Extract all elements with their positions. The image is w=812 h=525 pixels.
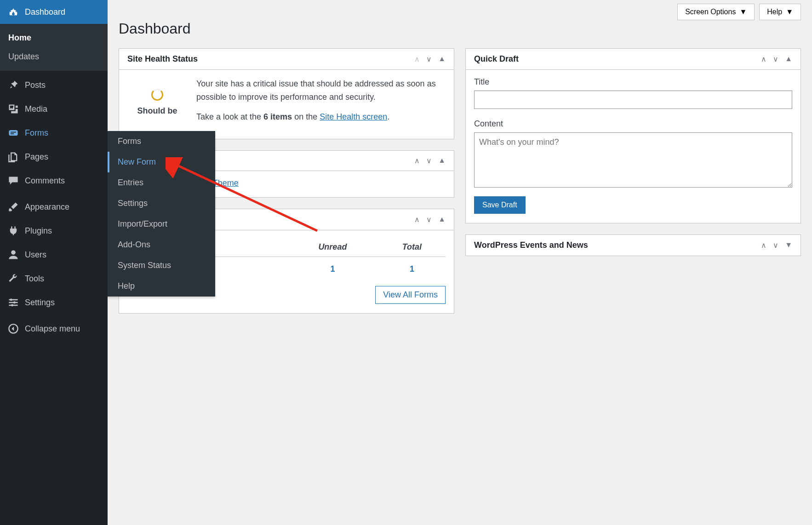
site-health-status: Should be <box>127 106 187 116</box>
sidebar-item-posts[interactable]: Posts <box>0 73 108 97</box>
flyout-addons[interactable]: Add-Ons <box>108 234 215 255</box>
unread-count: 1 <box>287 257 378 282</box>
forms-icon <box>7 127 19 139</box>
move-down-icon[interactable]: ∨ <box>773 55 778 63</box>
sidebar-item-dashboard[interactable]: Dashboard <box>0 0 108 24</box>
move-down-icon[interactable]: ∨ <box>426 156 432 165</box>
sidebar-label: Comments <box>25 176 65 186</box>
quick-draft-title: Quick Draft <box>474 54 519 64</box>
toggle-icon[interactable]: ▲ <box>438 55 446 63</box>
move-up-icon[interactable]: ∧ <box>414 156 420 165</box>
total-count: 1 <box>378 257 446 282</box>
move-down-icon[interactable]: ∨ <box>426 215 432 224</box>
move-up-icon[interactable]: ∧ <box>414 55 420 63</box>
flyout-settings[interactable]: Settings <box>108 193 215 214</box>
quick-draft-box: Quick Draft ∧ ∨ ▲ Title Content Save Dra… <box>465 48 801 223</box>
sidebar-label: Plugins <box>25 226 52 236</box>
help-button[interactable]: Help ▼ <box>759 4 801 20</box>
pin-icon <box>7 79 19 91</box>
screen-toolbar: Screen Options ▼ Help ▼ <box>119 0 801 20</box>
svg-point-3 <box>11 250 16 255</box>
sidebar-item-forms[interactable]: Forms <box>0 121 108 145</box>
site-health-message: Your site has a critical issue that shou… <box>196 77 446 130</box>
plugin-icon <box>7 225 19 237</box>
sidebar-label: Tools <box>25 274 44 284</box>
sidebar-item-appearance[interactable]: Appearance <box>0 195 108 219</box>
flyout-forms[interactable]: Forms <box>108 131 215 152</box>
media-icon <box>7 103 19 115</box>
brush-icon <box>7 201 19 213</box>
title-label: Title <box>474 77 792 87</box>
sidebar-item-comments[interactable]: Comments <box>0 169 108 193</box>
sidebar-sub-dashboard: Home Updates <box>0 24 108 71</box>
sidebar-label: Media <box>25 104 47 114</box>
svg-point-5 <box>13 302 16 304</box>
sidebar-label: Forms <box>25 128 48 138</box>
chevron-down-icon: ▼ <box>786 8 793 16</box>
sidebar-item-pages[interactable]: Pages <box>0 145 108 169</box>
wrench-icon <box>7 273 19 285</box>
move-down-icon[interactable]: ∨ <box>773 241 778 250</box>
sidebar-item-plugins[interactable]: Plugins <box>0 219 108 243</box>
sidebar-label: Pages <box>25 152 48 162</box>
toggle-icon[interactable]: ▲ <box>438 215 446 224</box>
sliders-icon <box>7 297 19 308</box>
col-unread: Unread <box>287 238 378 257</box>
flyout-system-status[interactable]: System Status <box>108 255 215 276</box>
comment-icon <box>7 175 19 187</box>
events-news-box: WordPress Events and News ∧ ∨ ▼ <box>465 234 801 256</box>
flyout-new-form[interactable]: New Form <box>108 152 215 172</box>
move-down-icon[interactable]: ∨ <box>426 55 432 63</box>
flyout-help[interactable]: Help <box>108 276 215 297</box>
move-up-icon[interactable]: ∧ <box>414 215 420 224</box>
sidebar-item-media[interactable]: Media <box>0 97 108 121</box>
screen-options-button[interactable]: Screen Options ▼ <box>677 4 755 20</box>
col-total: Total <box>378 238 446 257</box>
admin-sidebar: Dashboard Home Updates Posts Media Forms… <box>0 0 108 314</box>
sidebar-item-settings[interactable]: Settings <box>0 291 108 314</box>
toggle-icon[interactable]: ▲ <box>785 55 792 63</box>
sidebar-label: Dashboard <box>25 7 65 17</box>
dashboard-icon <box>7 6 19 18</box>
sidebar-label: Settings <box>25 298 55 308</box>
sidebar-item-users[interactable]: Users <box>0 243 108 267</box>
sidebar-sub-home[interactable]: Home <box>0 29 108 47</box>
chevron-down-icon: ▼ <box>739 8 747 16</box>
page-title: Dashboard <box>119 20 801 37</box>
loading-spinner-icon <box>151 89 163 101</box>
view-all-forms-button[interactable]: View All Forms <box>375 286 446 304</box>
sidebar-label: Appearance <box>25 202 69 212</box>
site-health-link[interactable]: Site Health screen <box>320 112 387 121</box>
move-up-icon[interactable]: ∧ <box>761 241 766 250</box>
site-health-box: Site Health Status ∧ ∨ ▲ Should be Your … <box>119 48 454 139</box>
sidebar-sub-updates[interactable]: Updates <box>0 47 108 66</box>
events-title: WordPress Events and News <box>474 240 588 250</box>
svg-point-4 <box>10 299 12 301</box>
content-label: Content <box>474 119 792 129</box>
forms-flyout-menu: Forms New Form Entries Settings Import/E… <box>108 131 215 297</box>
pages-icon <box>7 151 19 163</box>
draft-title-input[interactable] <box>474 91 792 109</box>
move-up-icon[interactable]: ∧ <box>761 55 766 63</box>
svg-rect-0 <box>9 130 17 136</box>
user-icon <box>7 249 19 261</box>
svg-rect-2 <box>11 133 14 134</box>
sidebar-item-tools[interactable]: Tools <box>0 267 108 291</box>
toggle-icon[interactable]: ▲ <box>438 156 446 165</box>
svg-rect-1 <box>11 132 16 133</box>
flyout-entries[interactable]: Entries <box>108 172 215 193</box>
sidebar-label: Posts <box>25 80 46 90</box>
flyout-import-export[interactable]: Import/Export <box>108 214 215 234</box>
sidebar-label: Users <box>25 250 46 260</box>
save-draft-button[interactable]: Save Draft <box>474 196 526 214</box>
draft-content-textarea[interactable] <box>474 132 792 188</box>
svg-point-6 <box>11 304 13 307</box>
site-health-title: Site Health Status <box>127 54 198 64</box>
toggle-icon[interactable]: ▼ <box>785 241 792 250</box>
